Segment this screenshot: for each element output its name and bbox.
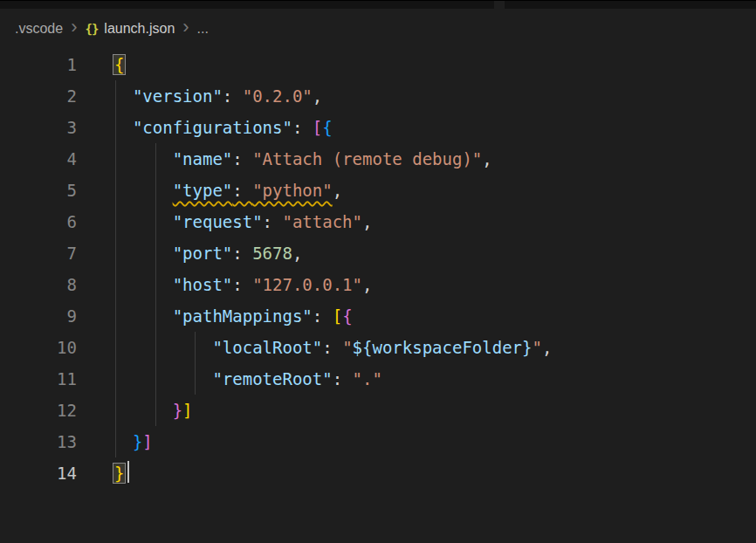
code-line-text[interactable]: "request": "attach", (77, 206, 372, 237)
code-token: : (313, 306, 333, 326)
code-token: "version" (133, 86, 223, 106)
code-line-text[interactable]: }] (77, 395, 193, 426)
code-token (113, 149, 173, 168)
indent-guide (115, 80, 116, 457)
json-file-icon: {} (85, 22, 98, 36)
code-token: 5678 (252, 244, 292, 263)
line-number[interactable]: 7 (0, 237, 77, 269)
editor[interactable]: 1{2 "version": "0.2.0",3 "configurations… (0, 49, 756, 489)
code-token: , (482, 149, 491, 168)
line-number[interactable]: 11 (0, 363, 77, 395)
code-line-text[interactable]: "type": "python", (77, 175, 342, 206)
code-token: [ (333, 306, 342, 326)
code-token (113, 244, 173, 263)
code-token: "attach" (282, 212, 362, 231)
indent-guide (195, 332, 196, 395)
line-number[interactable]: 4 (0, 143, 77, 175)
code-token: ] (182, 401, 192, 420)
breadcrumb-symbols[interactable]: ... (197, 21, 209, 37)
code-line[interactable]: 3 "configurations": [{ (0, 112, 756, 143)
chevron-right-icon: › (182, 17, 189, 37)
line-number[interactable]: 5 (0, 175, 77, 206)
code-line[interactable]: 12 }] (0, 395, 756, 426)
tab-bar-edge (0, 0, 756, 9)
code-token: "localRoot" (212, 338, 322, 357)
line-number[interactable]: 9 (0, 300, 77, 332)
code-line-text[interactable]: "name": "Attach (remote debug)", (77, 143, 492, 175)
code-line[interactable]: 4 "name": "Attach (remote debug)", (0, 143, 756, 175)
code-token: [ (313, 118, 322, 137)
code-line[interactable]: 1{ (0, 49, 756, 80)
code-token: "remoteRoot" (212, 369, 332, 388)
code-token: "pathMappings" (173, 306, 313, 326)
code-line-text[interactable]: "pathMappings": [{ (77, 300, 353, 332)
code-line-text[interactable]: { (77, 49, 126, 80)
code-token: } (133, 432, 142, 451)
code-line-text[interactable]: "remoteRoot": "." (77, 363, 382, 395)
code-token: , (313, 86, 322, 106)
code-line[interactable]: 8 "host": "127.0.0.1", (0, 269, 756, 300)
code-token: "host" (173, 275, 233, 294)
code-token (113, 338, 212, 357)
breadcrumb: .vscode › {} launch.json › ... (0, 9, 756, 49)
code-line-text[interactable]: "host": "127.0.0.1", (77, 269, 372, 300)
code-token: "request" (173, 212, 263, 231)
code-line-text[interactable]: } (77, 457, 129, 489)
code-token: " (342, 338, 352, 357)
line-number[interactable]: 1 (0, 49, 77, 80)
code-line[interactable]: 13 }] (0, 426, 756, 457)
code-line[interactable]: 5 "type": "python", (0, 175, 756, 206)
code-token: : (232, 244, 252, 263)
code-token (113, 401, 173, 420)
code-token: " (532, 338, 541, 357)
code-token: "python" (252, 181, 333, 200)
code-line[interactable]: 14} (0, 457, 756, 489)
code-token (113, 275, 173, 294)
breadcrumb-file-label: launch.json (104, 21, 175, 37)
code-token: : (232, 275, 252, 294)
text-cursor (127, 461, 129, 483)
code-token: , (542, 338, 552, 357)
code-line[interactable]: 10 "localRoot": "${workspaceFolder}", (0, 332, 756, 363)
code-token: } (173, 401, 182, 420)
line-number[interactable]: 3 (0, 112, 77, 143)
code-token (113, 369, 212, 388)
code-line[interactable]: 11 "remoteRoot": "." (0, 363, 756, 395)
line-number[interactable]: 14 (0, 457, 77, 489)
line-number[interactable]: 8 (0, 269, 77, 300)
chevron-right-icon: › (71, 17, 77, 37)
code-line[interactable]: 6 "request": "attach", (0, 206, 756, 237)
line-number[interactable]: 13 (0, 426, 77, 457)
code-line-text[interactable]: "port": 5678, (77, 237, 302, 269)
code-token: "type" (173, 181, 233, 200)
code-token: : (232, 149, 252, 168)
code-token: "name" (173, 149, 233, 168)
code-line-text[interactable]: "version": "0.2.0", (77, 80, 322, 112)
code-token: "port" (173, 244, 233, 263)
breadcrumb-file[interactable]: {} launch.json (85, 21, 175, 37)
code-token: "127.0.0.1" (252, 275, 362, 294)
code-line-text[interactable]: "localRoot": "${workspaceFolder}", (77, 332, 552, 363)
line-number[interactable]: 6 (0, 206, 77, 237)
matched-bracket: } (113, 463, 126, 484)
code-token: , (362, 212, 372, 231)
code-token: : (292, 118, 313, 137)
code-token (113, 306, 173, 326)
breadcrumb-folder[interactable]: .vscode (15, 21, 63, 37)
line-number[interactable]: 2 (0, 80, 77, 112)
code-line[interactable]: 9 "pathMappings": [{ (0, 300, 756, 332)
tab-divider (494, 1, 505, 10)
code-token: , (292, 244, 302, 263)
code-token: : (322, 338, 342, 357)
code-token: ${workspaceFolder} (353, 338, 533, 357)
line-number[interactable]: 12 (0, 395, 77, 426)
code-token: , (362, 275, 372, 294)
code-token: { (342, 306, 352, 326)
code-token: : (232, 181, 252, 200)
code-line[interactable]: 2 "version": "0.2.0", (0, 80, 756, 112)
code-line[interactable]: 7 "port": 5678, (0, 237, 756, 269)
code-token: "." (353, 369, 382, 388)
code-token: : (263, 212, 283, 231)
line-number[interactable]: 10 (0, 332, 77, 363)
code-token: : (333, 369, 353, 388)
